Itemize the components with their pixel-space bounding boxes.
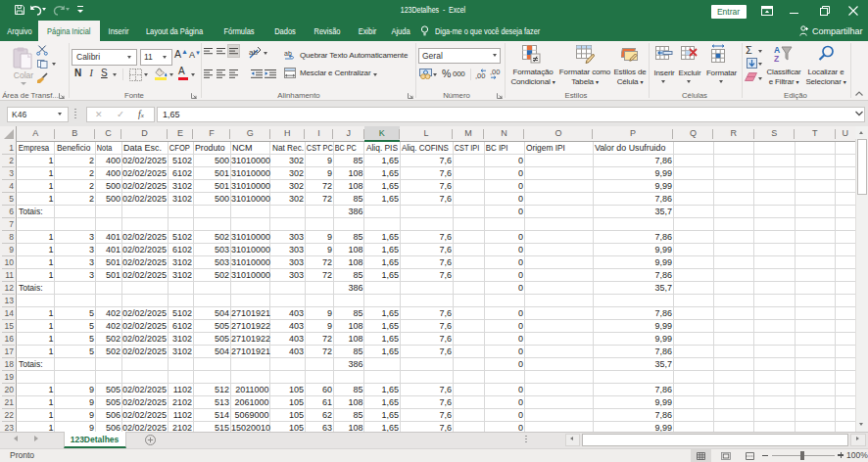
svg-text:,00: ,00	[490, 69, 500, 76]
svg-text:Z: Z	[774, 54, 779, 63]
svg-text:ab: ab	[249, 48, 258, 57]
svg-text:,00: ,00	[475, 71, 485, 79]
svg-text:ab: ab	[284, 50, 292, 57]
